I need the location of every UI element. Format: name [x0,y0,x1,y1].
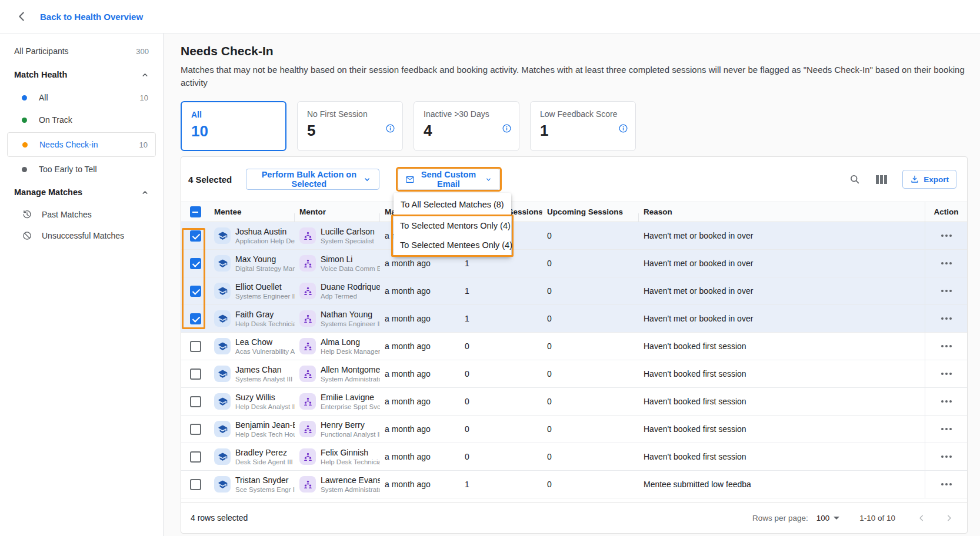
row-checkbox[interactable] [190,230,201,242]
menu-item-selected-mentors-only[interactable]: To Selected Mentors Only (4) [393,216,512,236]
row-checkbox[interactable] [190,369,201,380]
mentee-title: Systems Analyst III [235,375,292,384]
column-header-mentee: Mentee [209,207,295,216]
sidebar-section-manage-matches[interactable]: Manage Matches [0,180,163,204]
rows-per-page-select[interactable]: 100 [816,514,840,522]
row-checkbox[interactable] [190,424,201,435]
card-label: Inactive >30 Days [424,109,512,119]
reason-cell: Haven't booked first session [639,369,925,378]
matched-cell: a month ago [380,286,460,296]
more-actions-icon[interactable] [941,235,952,237]
sidebar-item-past-matches[interactable]: Past Matches [0,204,163,225]
bulk-action-button[interactable]: Perform Bulk Action on Selected [246,169,379,190]
sidebar-item-unsuccessful-matches[interactable]: Unsuccessful Matches [0,225,163,246]
reason-cell: Mentee submitted low feedba [639,480,925,489]
matched-cell: a month ago [380,341,460,351]
sidebar-item-needs-check-in[interactable]: Needs Check-in 10 [7,132,156,157]
matched-cell: a month ago [380,259,460,268]
sidebar: All Participants 300 Match Health All 10… [0,34,164,536]
toolbar-right: Export [849,170,967,189]
caret-down-icon [834,517,839,520]
completed-sessions-cell: 0 [460,397,542,406]
upcoming-sessions-cell: 0 [542,259,639,268]
info-icon[interactable] [502,123,512,133]
menu-item-all-selected-matches[interactable]: To All Selected Matches (8) [394,195,511,215]
sidebar-item-count: 10 [139,140,148,149]
annotation-box-send-email: Send Custom Email [396,167,502,192]
matched-cell: a month ago [380,397,460,406]
mentor-icon [299,393,316,410]
summary-card-no-first-session[interactable]: No First Session 5 [297,101,403,151]
sidebar-item-all[interactable]: All 10 [0,86,163,109]
send-email-menu: To All Selected Matches (8) To Selected … [394,193,511,257]
sidebar-item-on-track[interactable]: On Track [0,109,163,131]
rows-per-page-value: 100 [816,514,830,522]
history-icon [22,209,32,220]
more-actions-icon[interactable] [941,428,952,430]
summary-card-all[interactable]: All 10 [181,101,286,151]
page-description: Matches that may not be healthy based on… [181,63,968,89]
mentor-icon [299,366,316,382]
mentee-title: Systems Engineer III [235,292,295,301]
sidebar-section-match-health[interactable]: Match Health [0,63,163,86]
reason-cell: Haven't booked first session [639,452,925,461]
send-custom-email-button[interactable]: Send Custom Email [398,169,500,190]
mentor-name: Emilie Lavigne [321,392,380,403]
mentee-title: Acas Vulnerability A [235,347,295,356]
more-actions-icon[interactable] [941,317,952,320]
rows-selected-text: 4 rows selected [191,513,248,522]
mentee-title: Help Desk Analyst II [235,403,295,411]
menu-item-selected-mentees-only[interactable]: To Selected Mentees Only (4) [393,236,512,255]
table-row: Elliot Ouellet Systems Engineer III Duan… [181,277,967,305]
mentor-icon [299,310,316,327]
search-icon[interactable] [849,173,861,185]
row-checkbox[interactable] [190,479,201,490]
more-actions-icon[interactable] [941,262,952,264]
more-actions-icon[interactable] [941,373,952,375]
next-page-button[interactable] [944,513,954,523]
mentee-icon [214,338,231,354]
mentor-name: Duane Rodriquez [321,282,380,292]
info-icon[interactable] [618,123,628,133]
upcoming-sessions-cell: 0 [542,452,639,461]
more-actions-icon[interactable] [941,455,952,458]
export-button[interactable]: Export [902,170,956,189]
sidebar-item-too-early-to-tell[interactable]: Too Early to Tell [0,158,163,180]
mentor-name: Henry Berry [321,420,380,430]
matched-cell: a month ago [380,480,460,489]
row-checkbox[interactable] [190,286,201,297]
more-actions-icon[interactable] [941,345,952,347]
table-row: Joshua Austin Application Help Des Lucil… [181,222,967,250]
card-value: 4 [424,122,512,140]
more-actions-icon[interactable] [941,400,952,403]
upcoming-sessions-cell: 0 [542,231,639,240]
columns-icon[interactable] [876,175,887,184]
sidebar-item-all-participants[interactable]: All Participants 300 [0,39,163,63]
row-checkbox[interactable] [190,313,201,324]
column-header-mentor: Mentor [295,207,380,216]
reason-cell: Haven't met or booked in over [639,286,925,296]
row-checkbox[interactable] [190,451,201,463]
sidebar-item-label: Too Early to Tell [39,165,97,174]
row-checkbox[interactable] [190,396,201,407]
mentor-name: Felix Ginnish [321,447,380,458]
row-checkbox[interactable] [190,258,201,269]
chevron-up-icon [141,189,149,196]
back-to-health-overview-link[interactable]: Back to Health Overview [40,12,143,22]
mentee-title: Desk Side Agent III [235,458,293,467]
back-arrow-icon[interactable] [15,10,28,23]
mentee-icon [214,227,231,244]
row-checkbox[interactable] [190,341,201,352]
table-row: Suzy Willis Help Desk Analyst II Emilie … [181,388,967,416]
previous-page-button[interactable] [916,513,926,523]
card-value: 1 [540,122,628,140]
upcoming-sessions-cell: 0 [542,314,639,323]
summary-card-inactive-30-days[interactable]: Inactive >30 Days 4 [414,101,519,151]
table-toolbar: 4 Selected Perform Bulk Action on Select… [181,157,967,202]
more-actions-icon[interactable] [941,483,952,485]
info-icon[interactable] [385,123,395,133]
select-all-checkbox[interactable] [190,206,201,217]
summary-card-low-feedback-score[interactable]: Low Feedback Score 1 [530,101,636,151]
rows-per-page-label: Rows per page: [752,514,808,522]
more-actions-icon[interactable] [941,290,952,292]
